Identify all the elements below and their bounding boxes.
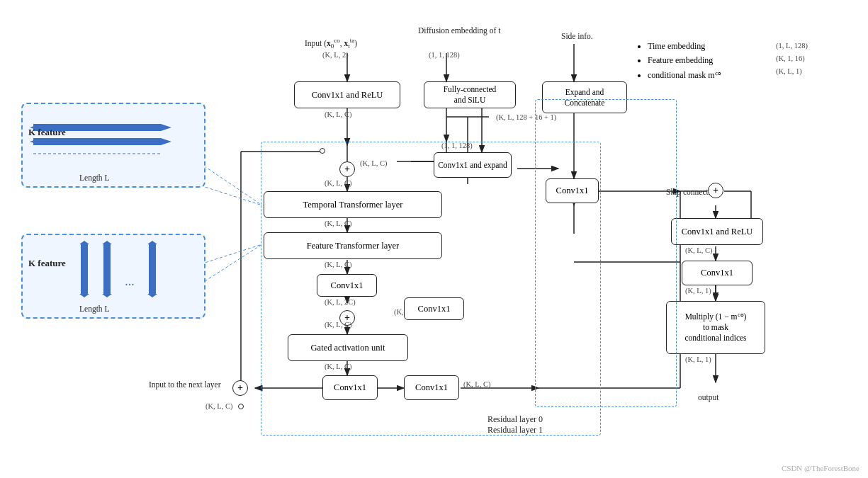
conv1x1-relu-right-box: Conv1x1 and ReLU [671,218,763,245]
bullet-list: Time embedding Feature embedding conditi… [636,39,721,82]
svg-marker-67 [102,294,112,297]
input-next-label: Input to the next layer [149,379,221,390]
dim-mask: (K, L, 1) [776,67,802,75]
svg-marker-54 [161,124,171,131]
feature-box-top: K feature Length L [21,103,205,188]
multiply-mask-box: Multiply (1 − mᶜᵒ) to mask conditional i… [666,301,765,354]
output-label: output [698,393,718,402]
plus-circle-right: + [708,183,723,198]
svg-marker-70 [147,294,157,297]
output-dot [238,404,244,409]
svg-marker-66 [102,241,112,244]
diagram: Input (x0co, xtta) (K, L, 2) Diffusion e… [0,0,868,478]
t-embed-label: (1, 1, 128) [429,51,460,59]
svg-rect-68 [149,244,156,294]
diffusion-embed-label: Diffusion embedding of t [418,25,500,36]
svg-marker-63 [79,241,89,244]
kl1-label-2: (K, L, 1) [685,355,711,363]
dim-feature: (K, 1, 16) [776,55,805,62]
length-l-bot: Length L [79,305,109,313]
bullet-time: Time embedding [648,39,721,53]
conv1x1-relu-top-box: Conv1x1 and ReLU [294,81,400,108]
conv1x1-right2-box: Conv1x1 [682,261,753,285]
kl1-label-1: (K, L, 1) [685,287,711,295]
klc-bottom-label: (K, L, C) [205,402,233,410]
feature-box-bottom: ··· K feature Length L [21,234,205,319]
svg-rect-62 [81,244,88,294]
side-dashed-region [535,99,677,407]
input-label: Input (x0co, xtta) [305,37,357,50]
svg-rect-65 [103,244,111,294]
svg-marker-69 [147,241,157,244]
bullet-feature: Feature embedding [648,53,721,67]
dim-time: (1, L, 128) [776,42,808,50]
bullet-mask: conditional mask mᶜᵒ [648,68,721,82]
side-info-label: Side info. [561,32,593,40]
k-feature-bot-label: K feature [28,256,66,271]
watermark: CSDN @TheForestBone [782,464,859,472]
svg-marker-57 [161,138,171,145]
length-l-top: Length L [79,173,109,182]
svg-marker-64 [79,294,89,297]
klc-label-1: (K, L, C) [325,110,352,118]
k-feature-top-label: K feature [28,125,66,140]
kl2-label: (K, L, 2) [322,51,349,59]
plus-circle-bottom-left: + [232,380,248,396]
fc-silu-box: Fully-connected and SiLU [424,81,516,108]
klc-right-1: (K, L, C) [685,246,713,254]
